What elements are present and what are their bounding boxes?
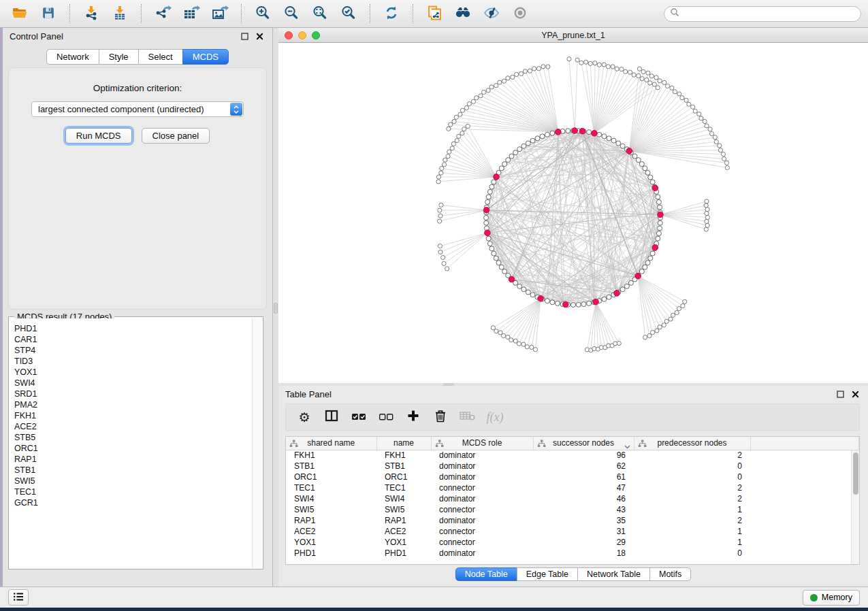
delete-columns-button[interactable] — [430, 407, 451, 427]
float-table-panel-button[interactable] — [834, 388, 846, 400]
tab-edge-table[interactable]: Edge Table — [517, 567, 578, 581]
tab-mcds[interactable]: MCDS — [182, 49, 229, 65]
table-cell[interactable]: PHD1 — [376, 548, 431, 559]
mcds-result-item[interactable]: SRD1 — [14, 389, 252, 399]
mcds-result-item[interactable]: CAR1 — [14, 334, 252, 345]
open-file-button[interactable] — [7, 3, 33, 24]
table-cell[interactable]: 46 — [533, 493, 634, 504]
table-cell[interactable]: dominator — [431, 548, 533, 559]
tab-motifs[interactable]: Motifs — [649, 567, 691, 581]
table-cell[interactable]: SWI4 — [286, 493, 376, 504]
table-scrollbar[interactable] — [851, 450, 859, 564]
column-header-mcds-role[interactable]: MCDS role — [431, 437, 533, 450]
vertical-splitter[interactable] — [273, 28, 278, 587]
table-cell[interactable]: 2 — [634, 482, 750, 493]
refresh-button[interactable] — [379, 3, 404, 24]
table-mode-gear-button[interactable]: ⚙ — [294, 407, 315, 427]
import-network-button[interactable] — [78, 3, 104, 24]
mcds-result-item[interactable]: TID3 — [14, 356, 252, 367]
export-table-button[interactable] — [178, 3, 204, 24]
table-cell[interactable]: 2 — [634, 450, 750, 461]
mcds-result-item[interactable]: SWI4 — [14, 378, 252, 389]
table-cell[interactable]: 31 — [533, 526, 634, 537]
table-cell[interactable]: dominator — [431, 515, 533, 526]
mcds-result-item[interactable]: STB5 — [14, 432, 252, 443]
add-column-button[interactable] — [403, 407, 423, 427]
mcds-result-item[interactable]: STP4 — [14, 345, 252, 356]
table-cell[interactable]: SWI4 — [376, 493, 431, 504]
table-cell[interactable]: connector — [431, 526, 533, 537]
mcds-result-item[interactable]: ORC1 — [14, 443, 252, 454]
table-cell[interactable]: dominator — [431, 450, 533, 461]
scrollbar-thumb[interactable] — [853, 452, 858, 495]
duplicate-network-button[interactable] — [421, 3, 447, 24]
table-cell[interactable]: FKH1 — [286, 450, 376, 461]
zoom-out-button[interactable] — [278, 3, 304, 24]
table-cell[interactable]: 47 — [533, 482, 634, 493]
splitter-grip[interactable] — [274, 303, 278, 314]
tab-select[interactable]: Select — [138, 49, 183, 65]
table-cell[interactable]: dominator — [431, 472, 533, 482]
network-canvas[interactable] — [278, 43, 868, 383]
table-cell[interactable]: ORC1 — [376, 472, 431, 482]
mcds-result-item[interactable]: FKH1 — [14, 410, 252, 421]
select-all-button[interactable] — [349, 407, 369, 427]
table-cell[interactable]: SWI5 — [286, 504, 376, 515]
table-cell[interactable]: connector — [431, 504, 533, 515]
mcds-result-item[interactable]: ACE2 — [14, 421, 252, 432]
table-cell[interactable]: ACE2 — [286, 526, 376, 537]
column-header-shared-name[interactable]: shared name — [286, 437, 376, 450]
column-header-successor-nodes[interactable]: successor nodes — [533, 437, 634, 450]
table-cell[interactable]: dominator — [431, 461, 533, 472]
function-builder-button[interactable]: f(x) — [485, 407, 505, 427]
table-cell[interactable]: 1 — [634, 526, 750, 537]
table-cell[interactable]: YOX1 — [286, 537, 376, 548]
tab-network[interactable]: Network — [46, 49, 99, 65]
table-cell[interactable]: STB1 — [376, 461, 431, 472]
table-cell[interactable]: STB1 — [286, 461, 376, 472]
search-binoculars-button[interactable] — [450, 3, 476, 24]
table-cell[interactable]: TEC1 — [376, 482, 431, 493]
mcds-result-item[interactable]: TEC1 — [14, 486, 252, 497]
export-network-button[interactable] — [150, 3, 176, 24]
mcds-result-item[interactable]: SWI5 — [14, 476, 252, 486]
table-cell[interactable]: 62 — [533, 461, 634, 472]
import-table-button[interactable] — [107, 3, 133, 24]
table-cell[interactable]: YOX1 — [376, 537, 431, 548]
zoom-selected-button[interactable] — [336, 3, 361, 24]
tab-style[interactable]: Style — [99, 49, 139, 65]
table-cell[interactable]: RAP1 — [286, 515, 376, 526]
zoom-fit-button[interactable] — [307, 3, 333, 24]
table-cell[interactable]: connector — [431, 482, 533, 493]
memory-button[interactable]: Memory — [803, 590, 860, 606]
table-cell[interactable]: RAP1 — [376, 515, 431, 526]
tab-node-table[interactable]: Node Table — [455, 567, 517, 581]
show-selected-button[interactable] — [507, 3, 533, 24]
table-cell[interactable]: 0 — [634, 461, 750, 472]
delete-table-button[interactable] — [457, 407, 478, 427]
table-cell[interactable]: dominator — [431, 493, 533, 504]
table-cell[interactable]: 61 — [533, 472, 634, 482]
optimization-criterion-select[interactable]: largest connected component (undirected) — [31, 101, 244, 117]
task-history-button[interactable] — [8, 589, 29, 606]
table-cell[interactable]: TEC1 — [286, 482, 376, 493]
table-cell[interactable]: 35 — [533, 515, 634, 526]
show-columns-button[interactable] — [321, 407, 342, 427]
table-cell[interactable]: 1 — [634, 537, 750, 548]
mcds-list-scrollbar[interactable] — [252, 318, 261, 567]
mcds-result-item[interactable]: STB1 — [14, 465, 252, 476]
run-mcds-button[interactable]: Run MCDS — [65, 128, 132, 144]
mcds-result-item[interactable]: PMA2 — [14, 399, 252, 410]
table-cell[interactable]: SWI5 — [376, 504, 431, 515]
float-panel-button[interactable] — [238, 30, 251, 42]
close-panel-button-mcds[interactable]: Close panel — [142, 128, 210, 144]
mcds-result-item[interactable]: RAP1 — [14, 454, 252, 465]
table-cell[interactable]: FKH1 — [376, 450, 431, 461]
hide-selected-button[interactable] — [479, 3, 504, 24]
table-cell[interactable]: connector — [431, 537, 533, 548]
save-session-button[interactable] — [35, 3, 61, 24]
network-graph[interactable] — [278, 43, 868, 383]
table-cell[interactable]: 96 — [533, 450, 634, 461]
zoom-in-button[interactable] — [250, 3, 276, 24]
close-panel-button[interactable] — [253, 30, 266, 42]
